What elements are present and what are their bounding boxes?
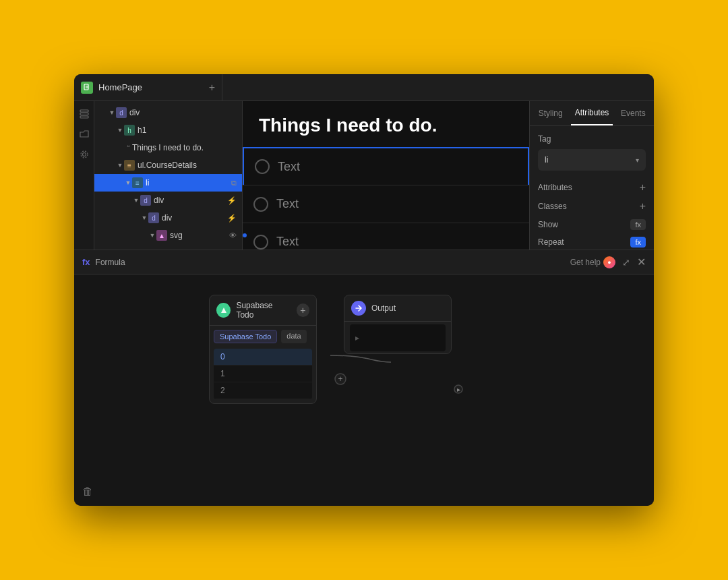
tree-node-icon-h1: h bbox=[124, 125, 135, 136]
svg-rect-0 bbox=[84, 84, 88, 90]
tree-item-div2[interactable]: d div ⚡ bbox=[94, 192, 242, 209]
tree-node-label-text: Things I need to do. bbox=[132, 143, 204, 152]
tree-item-svg[interactable]: ▲ svg 👁 bbox=[94, 227, 242, 244]
tree-node-icon-div3: d bbox=[148, 212, 159, 223]
canvas: Things I need to do. Text Text Text bbox=[243, 101, 529, 250]
tree-item-action-icon3[interactable]: ⚡ bbox=[227, 214, 237, 223]
tree-item-ul[interactable]: ≡ ul.CourseDetails bbox=[94, 156, 242, 174]
item-text-3: Text bbox=[276, 235, 299, 249]
formula-bar: fx Formula Get help ● ⤢ ✕ bbox=[74, 250, 654, 274]
svg-rect-4 bbox=[80, 113, 88, 115]
tree-item-text[interactable]: ❝ Things I need to do. bbox=[94, 139, 242, 156]
app-window: HomePage + bbox=[74, 74, 654, 506]
sidebar: d div h h1 ❝ Things I need to do. bbox=[94, 101, 243, 250]
output-node-header: Output bbox=[344, 295, 451, 322]
tree-node-icon-div2: d bbox=[140, 195, 151, 206]
canvas-item-2[interactable]: Text bbox=[243, 185, 529, 223]
page-icon bbox=[81, 82, 93, 94]
tree-item-div3[interactable]: d div ⚡ bbox=[94, 209, 242, 227]
right-panel: Styling Attributes Events Tag li ▾ bbox=[529, 101, 654, 250]
page-name: HomePage bbox=[98, 82, 204, 92]
supabase-node-list: 0 1 2 bbox=[214, 349, 312, 399]
svg-point-11 bbox=[454, 385, 462, 393]
tag-section: Tag li ▾ bbox=[538, 134, 646, 171]
svg-rect-3 bbox=[80, 110, 88, 112]
tree-arrow-div2 bbox=[132, 196, 140, 204]
supabase-node-body: Supabase Todo data 0 1 2 bbox=[210, 326, 316, 403]
tree-item-action-icon2[interactable]: ⚡ bbox=[227, 196, 237, 205]
tree-item-path[interactable]: ⌒ path bbox=[94, 244, 242, 250]
tree-node-icon-ul: ≡ bbox=[124, 160, 135, 171]
tree-arrow-h1 bbox=[116, 126, 124, 134]
repeat-label: Repeat bbox=[538, 237, 564, 247]
folder-icon[interactable] bbox=[77, 127, 92, 142]
formula-workspace: + ▸ Supabase Todo + bbox=[74, 274, 654, 506]
tree-node-label-div: div bbox=[129, 108, 140, 117]
supabase-list-item-0[interactable]: 0 bbox=[214, 349, 312, 366]
tree-node-label-svg: svg bbox=[170, 231, 183, 240]
show-fx-button[interactable]: fx bbox=[630, 219, 646, 230]
tree-node-label-li: li bbox=[146, 178, 149, 187]
tag-label: Tag bbox=[538, 134, 551, 144]
output-arrow-icon: ▸ bbox=[355, 333, 359, 343]
supabase-tag2[interactable]: data bbox=[281, 330, 306, 343]
bottom-panel: fx Formula Get help ● ⤢ ✕ bbox=[74, 250, 654, 506]
repeat-fx-button[interactable]: fx bbox=[630, 237, 646, 248]
tab-styling[interactable]: Styling bbox=[530, 101, 571, 125]
tab-events[interactable]: Events bbox=[613, 101, 654, 125]
svg-point-6 bbox=[82, 153, 86, 156]
expand-button[interactable]: ⤢ bbox=[622, 257, 630, 268]
attributes-add-icon[interactable]: + bbox=[640, 181, 646, 194]
canvas-item-3[interactable]: Text bbox=[243, 223, 529, 250]
item-text-1: Text bbox=[278, 160, 300, 174]
sidebar-left-icons bbox=[74, 101, 94, 250]
tree-item-clone-icon[interactable]: ⧉ bbox=[231, 179, 237, 187]
supabase-node-add-button[interactable]: + bbox=[297, 303, 309, 317]
classes-add-icon[interactable]: + bbox=[640, 200, 646, 212]
tree-arrow-li bbox=[124, 179, 132, 187]
trash-button[interactable]: 🗑 bbox=[82, 486, 93, 498]
settings-icon[interactable] bbox=[77, 147, 92, 162]
output-node-title: Output bbox=[371, 303, 396, 313]
tree-node-icon-svg: ▲ bbox=[156, 230, 167, 241]
tree-item-h1[interactable]: h h1 bbox=[94, 121, 242, 139]
output-node-body: ▸ bbox=[350, 324, 446, 351]
add-page-button[interactable]: + bbox=[209, 82, 215, 94]
item-circle-3 bbox=[253, 235, 268, 250]
tree-item-li[interactable]: ≡ li ⧉ bbox=[94, 174, 242, 192]
close-formula-button[interactable]: ✕ bbox=[637, 256, 646, 268]
tag-control[interactable]: li ▾ bbox=[538, 149, 646, 171]
tree-node-label-h1: h1 bbox=[138, 125, 146, 135]
get-help-button[interactable]: Get help ● bbox=[570, 256, 615, 268]
ai-icon: ● bbox=[603, 256, 615, 268]
attributes-label: Attributes bbox=[538, 183, 572, 192]
formula-fx-icon: fx bbox=[82, 257, 90, 267]
item-text-2: Text bbox=[276, 197, 299, 211]
tree-node-icon-li: ≡ bbox=[132, 177, 143, 188]
tree-node-icon-div: d bbox=[116, 107, 127, 118]
layers-icon[interactable] bbox=[77, 107, 92, 121]
output-node: Output ▸ bbox=[344, 295, 452, 354]
top-bar: HomePage + bbox=[74, 74, 654, 101]
tag-chevron-icon: ▾ bbox=[636, 156, 639, 164]
tree-arrow-div bbox=[108, 109, 116, 117]
tree-item-eye-icon[interactable]: 👁 bbox=[229, 231, 237, 239]
item-circle-1 bbox=[255, 159, 270, 174]
item-circle-2 bbox=[253, 197, 268, 212]
sidebar-top: HomePage + bbox=[74, 74, 222, 101]
formula-actions: Get help ● ⤢ ✕ bbox=[570, 256, 646, 268]
supabase-tag1[interactable]: Supabase Todo bbox=[214, 330, 277, 343]
tree-arrow-svg bbox=[148, 231, 156, 239]
tree-arrow-text: ❝ bbox=[124, 144, 132, 152]
tab-attributes[interactable]: Attributes bbox=[571, 101, 612, 125]
repeat-row: Repeat fx bbox=[538, 237, 646, 248]
supabase-icon bbox=[216, 303, 231, 318]
panel-content: Tag li ▾ Attributes + Classes + bbox=[530, 126, 654, 250]
canvas-item-1[interactable]: Text bbox=[243, 147, 529, 185]
classes-label: Classes bbox=[538, 202, 567, 211]
supabase-list-item-2[interactable]: 2 bbox=[214, 382, 312, 399]
classes-row: Classes + bbox=[538, 200, 646, 212]
supabase-list-item-1[interactable]: 1 bbox=[214, 366, 312, 382]
show-row: Show fx bbox=[538, 219, 646, 230]
tree-item-div[interactable]: d div bbox=[94, 104, 242, 121]
